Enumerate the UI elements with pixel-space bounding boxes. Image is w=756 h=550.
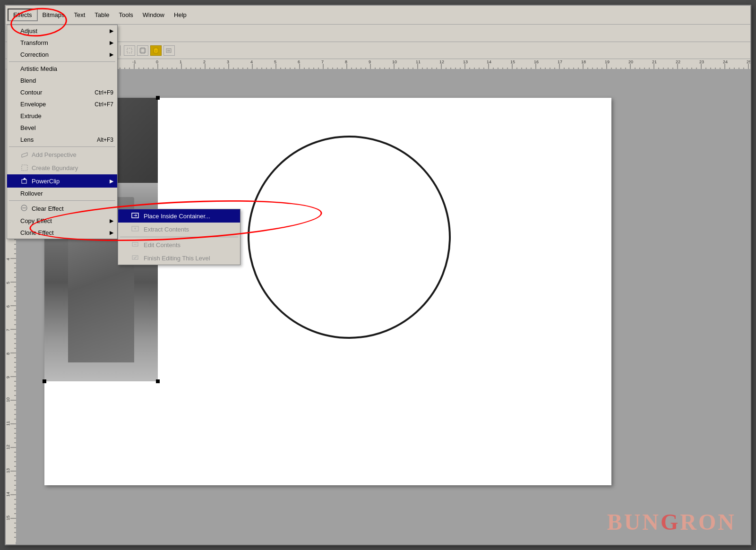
powerclip-submenu: Place Inside Container... Extract Conten… [118, 209, 241, 265]
menu-text[interactable]: Text [69, 9, 90, 20]
menu-sep-3 [9, 200, 115, 201]
svg-rect-5 [127, 48, 132, 53]
menu-item-copy-effect[interactable]: Copy Effect ▶ [7, 215, 117, 227]
menu-window[interactable]: Window [138, 9, 169, 20]
menu-item-lens[interactable]: Lens Alt+F3 [7, 134, 117, 146]
toolbar-btn-5[interactable] [150, 45, 162, 56]
create-boundary-icon [20, 163, 29, 172]
watermark: BUNGRON [607, 509, 736, 535]
menu-help[interactable]: Help [169, 9, 191, 20]
menu-item-contour[interactable]: Contour Ctrl+F9 [7, 86, 117, 98]
svg-rect-10 [155, 51, 157, 51]
submenu-item-place-inside[interactable]: Place Inside Container... [118, 209, 240, 223]
svg-marker-15 [22, 153, 27, 157]
menu-sep-2 [9, 146, 115, 147]
place-inside-icon [131, 212, 140, 220]
extract-icon [131, 225, 140, 233]
menu-item-artistic-media[interactable]: Artistic Media [7, 63, 117, 75]
toolbar-btn-6[interactable] [163, 45, 175, 56]
selection-handle-br [156, 379, 160, 383]
edit-contents-icon [131, 241, 140, 249]
svg-rect-17 [22, 180, 26, 183]
submenu-item-edit-contents[interactable]: Edit Contents [118, 238, 240, 251]
menu-effects[interactable]: Effects [8, 9, 38, 21]
toolbar-btn-4[interactable] [137, 45, 148, 56]
menu-item-blend[interactable]: Blend [7, 75, 117, 86]
menu-item-add-perspective[interactable]: Add Perspective [7, 148, 117, 161]
menu-item-envelope[interactable]: Envelope Ctrl+F7 [7, 98, 117, 110]
clear-effect-icon [20, 204, 29, 213]
menu-tools[interactable]: Tools [114, 9, 137, 20]
menu-item-transform[interactable]: Transform ▶ [7, 37, 117, 49]
submenu-sep [120, 237, 238, 237]
svg-rect-12 [166, 49, 171, 52]
selection-handle-bl [43, 379, 46, 383]
circle-object[interactable] [248, 136, 451, 339]
finish-editing-icon [131, 254, 140, 262]
menu-item-extrude[interactable]: Extrude [7, 110, 117, 122]
drawing-page [44, 98, 611, 485]
submenu-item-extract[interactable]: Extract Contents [118, 223, 240, 236]
canvas-area [16, 69, 750, 544]
app-window: Effects Bitmaps Text Table Tools Window … [5, 5, 751, 545]
menu-item-rollover[interactable]: Rollover [7, 188, 117, 199]
effects-dropdown: Adjust ▶ Transform ▶ Correction ▶ Artist… [7, 25, 118, 239]
menu-item-powerclip[interactable]: PowerClip ▶ [7, 174, 117, 188]
add-perspective-icon [20, 150, 29, 159]
selection-handle-tr [156, 96, 160, 100]
menu-table[interactable]: Table [90, 9, 114, 20]
menu-item-correction[interactable]: Correction ▶ [7, 49, 117, 60]
menu-item-clear-effect[interactable]: Clear Effect [7, 202, 117, 215]
menubar: Effects Bitmaps Text Table Tools Window … [6, 6, 750, 25]
menu-bitmaps[interactable]: Bitmaps [38, 9, 69, 20]
toolbar-btn-3[interactable] [124, 45, 135, 56]
svg-marker-18 [23, 178, 26, 180]
submenu-item-finish-editing[interactable]: Finish Editing This Level [118, 251, 240, 265]
menu-item-create-boundary[interactable]: Create Boundary [7, 161, 117, 174]
menu-item-clone-effect[interactable]: Clone Effect ▶ [7, 227, 117, 239]
menu-item-bevel[interactable]: Bevel [7, 122, 117, 134]
svg-rect-16 [22, 165, 27, 171]
svg-rect-11 [155, 52, 157, 52]
svg-rect-9 [155, 50, 157, 50]
ruler-horizontal [16, 60, 750, 69]
toolbar-sep-2 [120, 45, 120, 56]
powerclip-icon [20, 177, 29, 185]
menu-item-adjust[interactable]: Adjust ▶ [7, 25, 117, 37]
menu-sep-1 [9, 61, 115, 62]
